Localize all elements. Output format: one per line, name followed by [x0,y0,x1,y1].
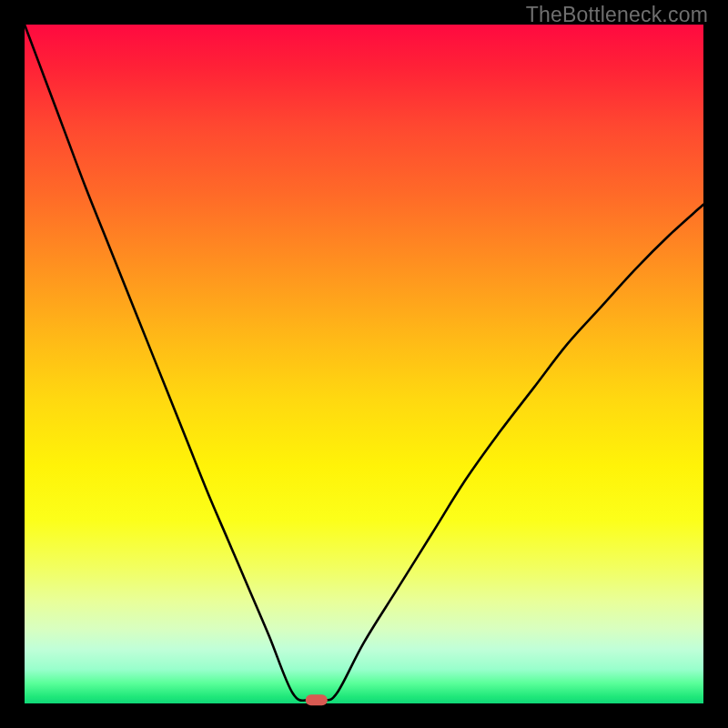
curve-svg [25,25,703,703]
minimum-marker [306,694,328,705]
chart-frame: TheBottleneck.com [0,0,728,728]
bottleneck-curve [25,25,703,701]
watermark-text: TheBottleneck.com [526,3,708,27]
plot-area [25,25,703,703]
